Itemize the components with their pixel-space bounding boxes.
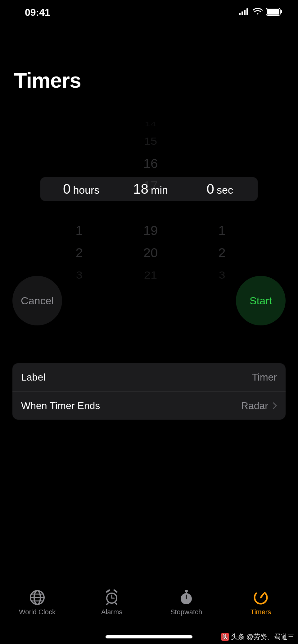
picker-selected-row: 0 hours 18 min 0 sec [0,177,298,201]
stopwatch-icon [178,589,194,606]
tab-timers[interactable]: Timers [224,580,298,620]
tab-world-clock[interactable]: World Clock [0,580,74,620]
timer-icon [253,589,269,606]
tab-alarms[interactable]: Alarms [74,580,149,620]
tab-stopwatch[interactable]: Stopwatch [149,580,224,620]
end-row-title: When Timer Ends [21,400,100,412]
label-row-title: Label [21,372,45,383]
home-indicator[interactable] [106,635,192,638]
hours-wheel[interactable]: 1 2 3 [43,118,115,236]
watermark-brand: 头条 [231,632,245,642]
status-icons [239,8,282,17]
chevron-right-icon [273,402,277,409]
svg-line-25 [261,594,264,598]
hours-value: 0 [63,181,70,197]
seconds-unit: sec [217,184,233,196]
tab-label: Stopwatch [170,608,202,616]
wheel-value: 1 [43,219,115,242]
svg-line-16 [107,590,109,592]
svg-line-18 [107,603,108,604]
duration-picker[interactable]: 14 15 16 17 19 20 21 1 2 3 [0,118,298,236]
wheel-value: 16 [115,152,186,175]
cancel-button[interactable]: Cancel [12,276,62,325]
when-timer-ends-row[interactable]: When Timer Ends Radar [12,391,286,420]
hours-unit: hours [73,184,99,196]
svg-rect-6 [281,10,282,13]
watermark: 头 头条 @劳资、蜀道三 [221,632,294,642]
wheel-value: 15 [115,132,186,151]
alarm-icon [104,589,120,606]
status-bar: 09:41 [0,0,298,25]
wheel-value: 2 [43,242,115,264]
wheel-value: 20 [115,242,186,264]
svg-rect-5 [267,9,279,15]
minutes-unit: min [151,184,168,196]
action-buttons: Cancel Start [0,276,298,332]
svg-rect-0 [239,13,241,15]
page-title: Timers [14,68,81,92]
svg-line-17 [114,590,117,592]
tab-label: World Clock [19,608,56,616]
seconds-value: 0 [207,181,214,197]
tab-bar: World Clock Alarms Stopwatch Timers [0,580,298,620]
svg-rect-1 [242,11,243,15]
seconds-wheel[interactable]: 1 2 3 [186,118,258,236]
wheel-value: 2 [186,242,258,264]
svg-line-19 [115,603,117,604]
svg-rect-3 [246,8,248,15]
wheel-value: 19 [115,219,186,242]
battery-icon [266,8,282,17]
cellular-icon [239,8,250,16]
timer-settings: Label Timer When Timer Ends Radar [12,363,286,420]
status-time: 09:41 [25,7,50,18]
tab-label: Timers [251,608,271,616]
svg-rect-21 [185,590,188,592]
label-row[interactable]: Label Timer [12,363,286,391]
wifi-icon [253,8,263,17]
svg-rect-2 [244,10,246,15]
minutes-value: 18 [133,181,148,197]
label-row-value: Timer [252,372,277,383]
watermark-handle: @劳资、蜀道三 [246,632,294,642]
start-button[interactable]: Start [236,276,286,325]
wheel-value: 14 [115,120,186,128]
wheel-value: 1 [186,219,258,242]
minutes-wheel[interactable]: 14 15 16 17 19 20 21 [115,118,186,236]
tab-label: Alarms [101,608,122,616]
end-row-value: Radar [241,400,268,412]
globe-icon [29,589,45,606]
watermark-logo-icon: 头 [221,633,229,641]
